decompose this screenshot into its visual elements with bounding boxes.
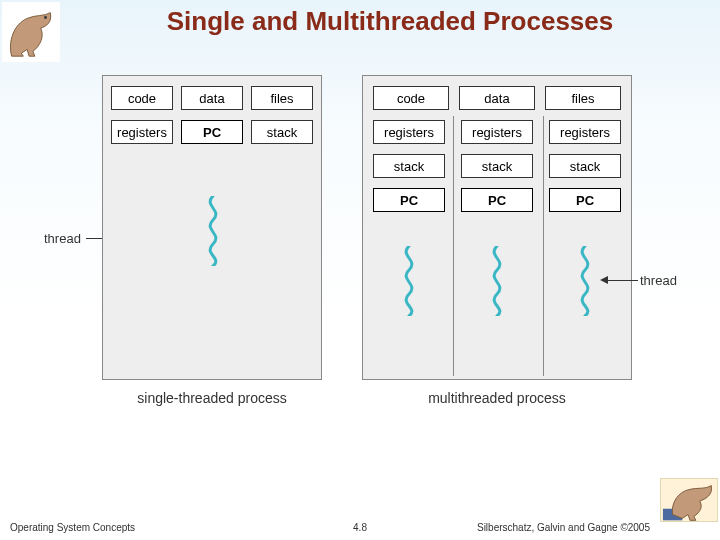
cell-code: code (111, 86, 173, 110)
single-threaded-box: code data files registers PC stack (102, 75, 322, 380)
cell-stack: stack (461, 154, 533, 178)
footer-page: 4.8 (353, 522, 367, 533)
cell-files: files (545, 86, 621, 110)
thread-squiggle (487, 246, 507, 316)
thread-label-right: thread (640, 273, 677, 288)
cell-registers: registers (461, 120, 533, 144)
column-divider (453, 116, 454, 376)
thread-squiggle (399, 246, 419, 316)
thread-label-left: thread (44, 231, 81, 246)
column-divider (543, 116, 544, 376)
cell-code: code (373, 86, 449, 110)
cell-data: data (181, 86, 243, 110)
cell-registers: registers (549, 120, 621, 144)
multi-caption: multithreaded process (362, 390, 632, 406)
dinosaur-icon (2, 2, 60, 62)
footer-right: Silberschatz, Galvin and Gagne ©2005 (477, 522, 650, 533)
thread-squiggle (203, 196, 223, 266)
cell-files: files (251, 86, 313, 110)
cell-stack: stack (373, 154, 445, 178)
logo-top-left (2, 2, 60, 62)
cell-pc: PC (461, 188, 533, 212)
cell-stack: stack (549, 154, 621, 178)
svg-point-0 (44, 16, 47, 19)
cell-data: data (459, 86, 535, 110)
logo-bottom-right (660, 478, 718, 522)
cell-registers: registers (111, 120, 173, 144)
diagram: thread code data files registers PC stac… (62, 75, 652, 440)
single-caption: single-threaded process (102, 390, 322, 406)
slide-title: Single and Multithreaded Processes (80, 6, 700, 37)
footer-left: Operating System Concepts (10, 522, 135, 533)
arrow-line (608, 280, 638, 281)
cell-stack: stack (251, 120, 313, 144)
cell-pc: PC (373, 188, 445, 212)
multithreaded-box: code data files registers stack PC regis… (362, 75, 632, 380)
cell-pc: PC (549, 188, 621, 212)
thread-squiggle (575, 246, 595, 316)
cell-registers: registers (373, 120, 445, 144)
dinosaur-icon (661, 479, 719, 523)
arrow-head-icon (600, 276, 608, 284)
footer: Operating System Concepts 4.8 Silberscha… (10, 522, 710, 536)
cell-pc: PC (181, 120, 243, 144)
